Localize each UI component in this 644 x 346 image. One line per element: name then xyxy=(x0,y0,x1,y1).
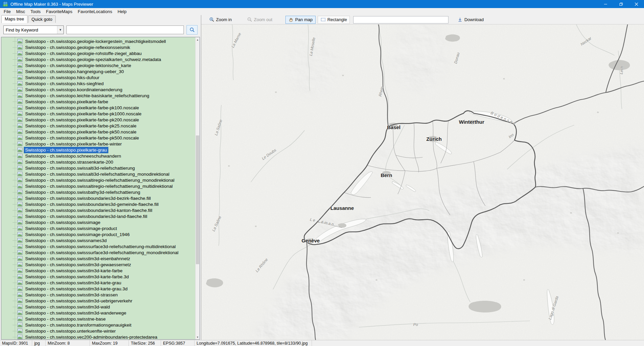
tree-item[interactable]: Swisstopo - ch.swisstopo.swisstlm3d-kart… xyxy=(1,280,195,286)
tree-item-label: Swisstopo - ch.swisstopo.swisstlm3d-uebr… xyxy=(24,298,133,304)
tree-item[interactable]: Swisstopo - ch.swisstopo.swisstlm3d-kart… xyxy=(1,268,195,274)
tree-item[interactable]: Swisstopo - ch.swisstopo.koordinatenaend… xyxy=(1,86,195,93)
tree-item[interactable]: Swisstopo - ch.swisstopo.swisstlm3d-gewa… xyxy=(1,262,195,268)
tree-item[interactable]: Swisstopo - ch.swisstopo.hangneigung-ueb… xyxy=(1,68,195,74)
tree-item[interactable]: Swisstopo - ch.swisstopo.pixelkarte-farb… xyxy=(1,129,195,135)
tab-quick-goto[interactable]: Quick goto xyxy=(28,15,56,23)
tree-item[interactable]: Swisstopo - ch.swisstopo.swisstlm3d-kart… xyxy=(1,274,195,280)
map-layer-icon xyxy=(17,250,22,255)
scroll-down-icon[interactable]: ▼ xyxy=(196,335,200,339)
toolbar-text-input[interactable] xyxy=(353,16,448,23)
map-layer-icon xyxy=(17,310,22,315)
tree-connector-line xyxy=(13,307,17,307)
minimize-button[interactable] xyxy=(598,0,613,8)
tree-item[interactable]: Swisstopo - ch.swisstopo.swissboundaries… xyxy=(1,201,195,207)
search-mode-dropdown[interactable]: Find by Keyword ▼ xyxy=(3,25,64,34)
map-layer-icon xyxy=(17,129,22,134)
tree-item[interactable]: Swisstopo - ch.swisstopo.pixelkarte-farb… xyxy=(1,135,195,141)
tree-item[interactable]: Swisstopo - ch.swisstopo.swisstlm3d-stra… xyxy=(1,292,195,298)
tree-item[interactable]: Swisstopo - ch.swisstopo.swissalti3d-rel… xyxy=(1,171,195,177)
tree-connector-line xyxy=(13,53,17,54)
tree-item[interactable]: Swisstopo - ch.swisstopo.swisstlm3d-eise… xyxy=(1,255,195,262)
search-mode-value: Find by Keyword xyxy=(6,27,38,33)
menu-file[interactable]: File xyxy=(1,8,13,15)
tree-item[interactable]: Swisstopo - ch.swisstopo.schneeschuhwand… xyxy=(1,153,195,159)
tree-item[interactable]: Swisstopo - ch.swisstopo.swissalti3d-rel… xyxy=(1,165,195,171)
tree-connector-line xyxy=(13,83,17,84)
keyword-input[interactable] xyxy=(66,25,184,34)
tree-item-label: Swisstopo - ch.swisstopo.swissboundaries… xyxy=(24,208,153,213)
tree-item[interactable]: Swisstopo - ch.swisstopo.pixelkarte-farb… xyxy=(1,117,195,123)
tree-item[interactable]: Swisstopo - ch.swisstopo.pixelkarte-farb… xyxy=(1,123,195,129)
map-layer-icon xyxy=(17,262,22,267)
tree-item[interactable]: Swisstopo - ch.swisstopo.swissnames3d xyxy=(1,237,195,243)
map-layer-icon xyxy=(17,154,22,158)
tree-item[interactable]: Swisstopo - ch.swisstopo.geologie-rohsto… xyxy=(1,50,195,56)
tree-connector-line xyxy=(13,180,17,180)
map-layer-icon xyxy=(17,286,22,291)
tree-item[interactable]: Swisstopo - ch.swisstopo.swissbathy3d-re… xyxy=(1,189,195,195)
tree-item[interactable]: Swisstopo - ch.swisstopo.swissimage-prod… xyxy=(1,225,195,231)
tree-item[interactable]: Swisstopo - ch.swisstopo.swissboundaries… xyxy=(1,207,195,213)
pan-map-button[interactable]: Pan map xyxy=(285,16,316,24)
menu-misc[interactable]: Misc xyxy=(13,8,28,15)
scroll-up-icon[interactable]: ▲ xyxy=(196,37,200,42)
tree-scrollbar-track[interactable] xyxy=(196,42,200,335)
tree-item[interactable]: Swisstopo - ch.swisstopo.swisstne-base xyxy=(1,316,195,322)
menu-favoritemaps[interactable]: FavoriteMaps xyxy=(43,8,75,15)
tree-connector-line xyxy=(13,283,17,283)
tree-item[interactable]: Swisstopo - ch.swisstopo.swisstlm3d-uebr… xyxy=(1,298,195,304)
tree-item[interactable]: Swisstopo - ch.swisstopo.vec200-adminbou… xyxy=(1,334,195,339)
zoom-in-button[interactable]: Zoom in xyxy=(206,16,235,24)
tree-item[interactable]: Swisstopo - ch.swisstopo.swisstlm3d-wand… xyxy=(1,310,195,316)
tree-item[interactable]: Swisstopo - ch.swisstopo.swissboundaries… xyxy=(1,195,195,201)
tree-connector-line xyxy=(13,59,17,60)
tree-item[interactable]: Swisstopo - ch.swisstopo.swisssurface3d-… xyxy=(1,243,195,249)
tree-item[interactable]: Swisstopo - ch.swisstopo.swissaltiregio-… xyxy=(1,183,195,189)
tree-item[interactable]: Swisstopo - ch.swisstopo.swisssurface3d-… xyxy=(1,249,195,255)
tree-item-label: Swisstopo - ch.swisstopo.pixelkarte-farb… xyxy=(24,123,138,129)
tree-item[interactable]: Swisstopo - ch.swisstopo.strassenkarte-2… xyxy=(1,159,195,165)
tree-item[interactable]: Swisstopo - ch.swisstopo.swissimage xyxy=(1,219,195,225)
close-button[interactable] xyxy=(629,0,644,8)
download-button[interactable]: Download xyxy=(454,16,487,24)
map-layer-icon xyxy=(17,117,22,122)
tree-connector-line xyxy=(13,186,17,186)
tree-item[interactable]: Swisstopo - ch.swisstopo.pixelkarte-farb… xyxy=(1,105,195,111)
tree-item[interactable]: Swisstopo - ch.swisstopo.hiks-siegfried xyxy=(1,80,195,86)
tree-item[interactable]: Swisstopo - ch.swisstopo.transformations… xyxy=(1,322,195,328)
tree-scrollbar-thumb[interactable] xyxy=(196,135,199,264)
maximize-button[interactable] xyxy=(613,0,629,8)
tree-item[interactable]: Swisstopo - ch.swisstopo.swissimage-prod… xyxy=(1,231,195,237)
tab-maps-tree[interactable]: Maps tree xyxy=(1,15,28,23)
tree-item[interactable]: Swisstopo - ch.swisstopo.pixelkarte-farb… xyxy=(1,111,195,117)
tree-item-label: Swisstopo - ch.swisstopo.swisstlm3d-wald xyxy=(24,304,111,310)
tree-connector-line xyxy=(13,192,17,192)
tree-scrollbar[interactable]: ▲ ▼ xyxy=(195,37,200,339)
map-layer-icon xyxy=(17,238,22,243)
menu-help[interactable]: Help xyxy=(115,8,129,15)
tree-item[interactable]: Swisstopo - ch.swisstopo.geologie-tekton… xyxy=(1,62,195,68)
tree-item[interactable]: Swisstopo - ch.swisstopo.geologie-spezia… xyxy=(1,56,195,62)
tree-item[interactable]: Swisstopo - ch.swisstopo.swissboundaries… xyxy=(1,213,195,219)
tree-item[interactable]: Swisstopo - ch.swisstopo.pixelkarte-farb… xyxy=(1,141,195,147)
menu-tools[interactable]: Tools xyxy=(28,8,43,15)
rectangle-button[interactable]: Rectangle xyxy=(318,16,350,24)
tree-item[interactable]: Swisstopo - ch.swisstopo.geologie-reflex… xyxy=(1,44,195,50)
map-view[interactable]: BaselWinterthurZürichBernLausanneGenèveL… xyxy=(201,24,644,340)
tree-item[interactable]: Swisstopo - ch.swisstopo.swisstlm3d-kart… xyxy=(1,286,195,292)
tree-item[interactable]: Swisstopo - ch.swisstopo.hiks-dufour xyxy=(1,74,195,80)
map-layer-icon xyxy=(17,274,22,279)
zoom-out-icon xyxy=(247,17,252,22)
tree-item[interactable]: Swisstopo - ch.swisstopo.swisstlm3d-wald xyxy=(1,304,195,310)
zoom-out-button[interactable]: Zoom out xyxy=(244,16,275,24)
tree-item[interactable]: Swisstopo - ch.swisstopo.geologie-locker… xyxy=(1,38,195,44)
tree-item[interactable]: Swisstopo - ch.swisstopo.pixelkarte-grau xyxy=(1,147,195,153)
map-layer-icon xyxy=(17,81,22,86)
search-button[interactable] xyxy=(186,25,198,35)
tree-item[interactable]: Swisstopo - ch.swisstopo.pixelkarte-farb… xyxy=(1,99,195,105)
menu-favoritelocations[interactable]: FavoriteLocations xyxy=(75,8,115,15)
tree-item[interactable]: Swisstopo - ch.swisstopo.leichte-basiska… xyxy=(1,93,195,99)
tree-item[interactable]: Swisstopo - ch.swisstopo.unterkuenfte-wi… xyxy=(1,328,195,334)
tree-item[interactable]: Swisstopo - ch.swisstopo.swissaltiregio-… xyxy=(1,177,195,183)
